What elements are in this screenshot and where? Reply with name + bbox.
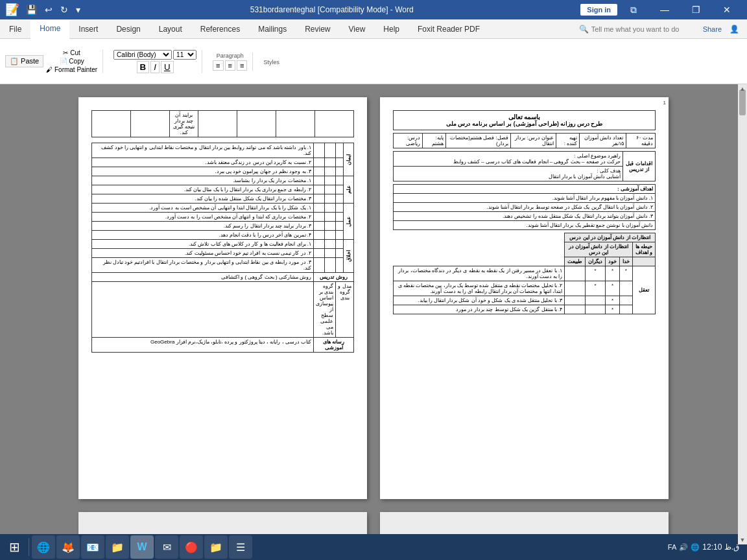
prereq-goal-cell: هدف کلی : آشنایی دانش آموزان با بردار ان… <box>394 167 623 181</box>
restore-button[interactable]: ⧉ <box>619 0 648 19</box>
undo-button[interactable]: ↩ <box>42 3 55 16</box>
align-center-button[interactable]: ≡ <box>225 60 235 71</box>
tab-design[interactable]: Design <box>107 19 149 38</box>
method-value: روش مشارکتی ( بحث گروهی ) و اکتشافی <box>92 273 314 282</box>
window-controls: Sign in ⧉ — ❐ ✕ <box>580 0 742 19</box>
plan-type-header: طرح درس روزانه (طراحی آموزشی) بر اساس بر… <box>396 121 652 127</box>
ribbon-search-area: 🔍 Share 👤 <box>579 25 747 34</box>
share-button[interactable]: Share <box>698 25 727 33</box>
page-number: 1 <box>663 100 666 106</box>
scroll-up-button[interactable]: ▲ <box>738 84 747 93</box>
keyboard-layout: FA <box>668 543 676 551</box>
copy-button[interactable]: 📄 Copy <box>46 58 97 65</box>
maximize-button[interactable]: ❐ <box>681 0 711 19</box>
network-icon: 🌐 <box>691 543 700 552</box>
expectations-table: انتظارات از دانش آموزان در این درس حیطه … <box>393 233 656 314</box>
tab-file[interactable]: File <box>0 19 30 38</box>
signin-button[interactable]: Sign in <box>580 4 617 16</box>
ribbon-tabs: File Home Insert Design Layout Reference… <box>0 19 747 39</box>
system-tray: 🔊 <box>679 543 688 552</box>
col-empty <box>632 257 655 266</box>
amal-item-3: ۳. بردار برایند چند بردار انتقال را رسم … <box>92 222 314 231</box>
subject-info-table: مدت ۶۰ دقیقه تعداد دانش آموزان ۱۵نفر تهی… <box>393 133 656 148</box>
amal-item-4: ۴. تمرین های آخر درس را با دقت انجام دهد… <box>92 231 314 240</box>
styles-label: Styles <box>263 59 279 65</box>
share-icon: 👤 <box>729 25 739 34</box>
edu-goal-4: دانش آموزان با نوشتن جمع تقطیر یک بردار … <box>394 221 656 230</box>
tab-view[interactable]: View <box>340 19 375 38</box>
italic-button[interactable]: I <box>150 61 160 73</box>
col-khod: خود <box>606 257 620 266</box>
edu-goal-2: ۲. دانش آموزان با انتقال گرین یک شکل در … <box>394 203 656 212</box>
tab-layout[interactable]: Layout <box>150 19 191 38</box>
prep-cell: تهیه کننده : <box>556 134 579 148</box>
taskbar-files-button[interactable]: 📁 <box>106 535 129 559</box>
col-digaran: دیگران <box>585 257 606 266</box>
align-right-button[interactable]: ≡ <box>237 60 247 71</box>
taskbar-browser-button[interactable]: 🌐 <box>32 535 55 559</box>
align-left-button[interactable]: ≡ <box>213 60 223 71</box>
iman-label: ایمان <box>346 154 351 165</box>
expectations-header: انتظارات از دانش آموزان در این درس <box>565 233 656 242</box>
iman-item-1: ۱. باور داشته باشد که می توانند روابط بی… <box>92 143 314 158</box>
tab-foxit[interactable]: Foxit Reader PDF <box>409 19 489 38</box>
bold-button[interactable]: B <box>137 61 150 73</box>
taskbar-right: FA 🔊 🌐 12:10 ق.ظ <box>668 542 744 552</box>
prereq-content-cell: راهبرد موضوع اصلی : حرکت در صفحه – بحث گ… <box>394 152 623 167</box>
paste-button[interactable]: 📋 Paste <box>5 55 43 67</box>
scrollbar-thumb[interactable] <box>739 89 746 115</box>
pages-row-1: برایند آن چند بردار نتیجه گیری کند. ایما… <box>78 97 669 499</box>
col-tabiat: طبیعت <box>565 257 586 266</box>
tab-insert[interactable]: Insert <box>69 19 107 38</box>
taskbar-word-button[interactable]: W <box>130 535 154 559</box>
ribbon-search-input[interactable] <box>591 25 695 33</box>
qat-dropdown-button[interactable]: ▾ <box>73 3 83 16</box>
col-objectives: حیطه ها و اهداف <box>632 242 655 257</box>
edu-goals-header: اهداف آموزشی : <box>394 185 656 194</box>
elm-item-3: ۳. مختصات بردار انتقال یک شکل منتقل شده … <box>92 194 314 204</box>
method-label: روش تدریس <box>314 273 354 282</box>
col-xoda: خدا <box>620 257 633 266</box>
font-family-select[interactable]: Calibri (Body) <box>113 50 172 60</box>
tab-references[interactable]: References <box>191 19 249 38</box>
right-page-header: باسمه تعالی طرح درس روزانه (طراحی آموزشی… <box>393 110 656 130</box>
taskbar-folder-button[interactable]: 📁 <box>204 535 228 559</box>
amal-label: عمل <box>346 216 351 227</box>
tab-review[interactable]: Review <box>296 19 339 38</box>
vertical-scrollbar[interactable]: ▲ ▼ <box>738 84 747 544</box>
akhlaq-item-2: ۲. در کار تیمی نسبت به افراد تیم خود احس… <box>92 249 314 258</box>
redo-button[interactable]: ↻ <box>58 3 71 16</box>
tab-help[interactable]: Help <box>374 19 409 38</box>
tab-mailings[interactable]: Mailings <box>249 19 296 38</box>
tab-home[interactable]: Home <box>30 20 69 39</box>
taskbar-separator-1 <box>29 538 29 556</box>
document-title: 531bordarenteghal [Compatibility Mode] -… <box>83 5 580 14</box>
edu-goal-1: ۱. دانش آموزان با مفهوم بردار انتقال آشن… <box>394 194 656 203</box>
basme-header: باسمه تعالی <box>396 113 652 121</box>
underline-button[interactable]: U <box>161 61 174 73</box>
paragraph-label: Paragraph <box>217 52 244 59</box>
minimize-button[interactable]: — <box>650 0 680 19</box>
taskbar-mail-button[interactable]: 📧 <box>81 535 104 559</box>
taskbar-apps-button[interactable]: ☰ <box>229 535 252 559</box>
quick-access-toolbar: 💾 ↩ ↻ ▾ <box>23 3 83 16</box>
taskbar-firefox-button[interactable]: 🦊 <box>56 535 80 559</box>
save-button[interactable]: 💾 <box>23 3 40 16</box>
close-button[interactable]: ✕ <box>712 0 742 19</box>
taskbar-telegram-button[interactable]: ✉ <box>155 535 178 559</box>
obj1-item-4: ۴. با منتقل گزین یک شکل توسط چند بردار د… <box>394 305 565 314</box>
amal-item-1: ۱. یک شکل را با یک بردار انتقال ابتدا و … <box>92 204 314 213</box>
taskbar-red-button[interactable]: 🔴 <box>180 535 203 559</box>
obj1-item-2: ۲. با تحلیل مختصات نقطه ی منتقل شده توسط… <box>394 281 565 296</box>
scroll-down-button[interactable]: ▼ <box>738 535 747 544</box>
duration-cell: مدت ۶۰ دقیقه <box>626 134 656 148</box>
amal-item-2: ۲. مختصات برداری که ابتدا و انتهای آن مش… <box>92 213 314 222</box>
elm-item-2: ۲. رابطه ی جمع برداری یک بردار انتقال را… <box>92 185 314 194</box>
format-painter-button[interactable]: 🖌 Format Painter <box>46 66 97 73</box>
font-size-select[interactable]: 11 <box>173 50 196 60</box>
cut-button[interactable]: ✂ Cut <box>46 49 97 56</box>
start-button[interactable]: ⊞ <box>3 535 26 559</box>
page-right: 1 باسمه تعالی طرح درس روزانه (طراحی آموز… <box>380 97 669 499</box>
subject-cell: درس: ریاضی <box>394 134 423 148</box>
grade-cell: پایه: هشتم <box>423 134 445 148</box>
